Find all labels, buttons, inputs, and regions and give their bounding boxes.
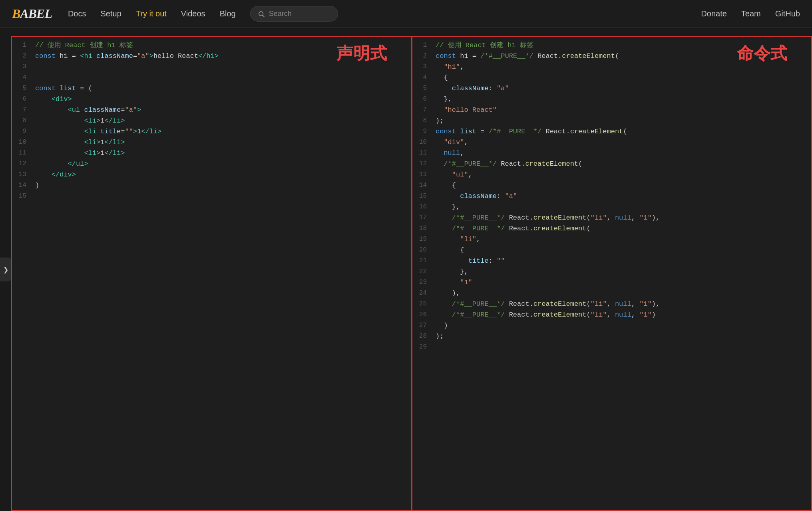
string: "a"	[137, 52, 149, 60]
right-code-area[interactable]: 1 2 3 4 5 6 7 8 9 10 11 12 13 14 15 16 1	[412, 37, 811, 356]
code-line: <li>1</li>	[35, 115, 406, 126]
code-line: <li>1</li>	[35, 137, 406, 148]
side-toggle[interactable]: ❯	[0, 257, 11, 281]
code-line: <li>1</li>	[35, 148, 406, 158]
search-placeholder: Search	[269, 10, 292, 18]
comment: // 使用 React 创建 h1 标签	[35, 42, 133, 49]
tag: <li>	[84, 117, 100, 125]
code-line: "h1",	[436, 61, 806, 72]
left-line-numbers: 1 2 3 4 5 6 7 8 9 10 11 12 13 14 15	[12, 37, 30, 356]
search-box[interactable]: Search	[250, 6, 338, 22]
tag: </ul>	[68, 160, 88, 168]
code-line	[436, 342, 806, 353]
string: ""	[125, 128, 133, 135]
code-line: /*#__PURE__*/ React.createElement("li", …	[436, 212, 806, 223]
nav-tryitout[interactable]: Try it out	[136, 9, 167, 18]
code-line: </div>	[35, 169, 406, 180]
code-line: </ul>	[35, 158, 406, 169]
ln: 5	[12, 83, 30, 94]
tag: </li>	[104, 117, 125, 125]
plain	[35, 117, 84, 125]
keyword: const	[35, 85, 56, 92]
code-line: className: "a"	[436, 191, 806, 202]
right-panel: 命令式 1 2 3 4 5 6 7 8 9 10 11 12 13 14	[412, 36, 812, 511]
panels-container: 声明式 1 2 3 4 5 6 7 8 9 10 11 12 13 14	[0, 36, 812, 511]
ln: 1	[12, 40, 30, 51]
tag: </li>	[104, 139, 125, 146]
nav-setup[interactable]: Setup	[101, 9, 121, 18]
code-line: );	[436, 331, 806, 342]
tag: >	[149, 52, 153, 60]
left-code-lines: // 使用 React 创建 h1 标签 const h1 = <h1 clas…	[30, 37, 411, 356]
tag: <li	[84, 128, 96, 135]
code-line: const list = (	[35, 83, 406, 94]
code-line: {	[436, 180, 806, 191]
plain: =	[121, 128, 125, 135]
attr: className	[96, 52, 133, 60]
plain: h1 =	[56, 52, 80, 60]
nav-team[interactable]: Team	[741, 9, 761, 18]
code-line: /*#__PURE__*/ React.createElement(	[436, 223, 806, 234]
code-line: "ul",	[436, 169, 806, 180]
code-line: },	[436, 202, 806, 212]
nav-videos[interactable]: Videos	[181, 9, 205, 18]
tag: </div>	[52, 171, 76, 178]
code-line: const h1 = /*#__PURE__*/ React.createEle…	[436, 51, 806, 61]
code-line: null,	[436, 148, 806, 158]
nav-links: Docs Setup Try it out Videos Blog Search	[68, 6, 685, 22]
code-line: /*#__PURE__*/ React.createElement("li", …	[436, 309, 806, 320]
left-panel: 声明式 1 2 3 4 5 6 7 8 9 10 11 12 13 14	[11, 36, 412, 511]
code-line: )	[35, 180, 406, 191]
code-line: title: ""	[436, 256, 806, 266]
tag: <li>	[84, 149, 100, 157]
code-line: const list = /*#__PURE__*/ React.createE…	[436, 126, 806, 137]
code-line: },	[436, 94, 806, 105]
nav-blog[interactable]: Blog	[220, 9, 236, 18]
code-line: className: "a"	[436, 83, 806, 94]
plain: 1	[137, 128, 141, 135]
code-line: {	[436, 245, 806, 256]
code-line: /*#__PURE__*/ React.createElement("li", …	[436, 299, 806, 309]
ln: 9	[12, 126, 30, 137]
nav-github[interactable]: GitHub	[775, 9, 800, 18]
code-line: "li",	[436, 234, 806, 245]
tag: </li>	[104, 149, 125, 157]
code-line: const h1 = <h1 className="a">hello React…	[35, 51, 406, 61]
attr: title	[100, 128, 121, 135]
plain	[35, 149, 84, 157]
code-line: },	[436, 266, 806, 277]
code-line	[35, 61, 406, 72]
nav-docs[interactable]: Docs	[68, 9, 86, 18]
code-line: // 使用 React 创建 h1 标签	[436, 40, 806, 51]
plain: )	[35, 182, 39, 189]
plain	[35, 139, 84, 146]
nav-donate[interactable]: Donate	[701, 9, 727, 18]
code-line: <div>	[35, 94, 406, 105]
tag: <ul	[68, 106, 80, 114]
logo[interactable]: BABEL	[12, 6, 52, 21]
tag: >	[133, 128, 137, 135]
comment: // 使用 React 创建 h1 标签	[436, 42, 533, 49]
left-code-area[interactable]: 1 2 3 4 5 6 7 8 9 10 11 12 13 14 15	[12, 37, 411, 356]
code-line: /*#__PURE__*/ React.createElement(	[436, 158, 806, 169]
ln: 13	[12, 169, 30, 180]
plain	[96, 128, 100, 135]
code-line: "1"	[436, 277, 806, 288]
tag: >	[137, 106, 141, 114]
ln: 15	[12, 191, 30, 202]
keyword: const	[35, 52, 56, 60]
ln: 2	[12, 51, 30, 61]
code-line: "div",	[436, 137, 806, 148]
ln: 14	[12, 180, 30, 191]
plain: =	[133, 52, 137, 60]
ln: 3	[12, 61, 30, 72]
plain	[35, 95, 52, 103]
ln: 4	[12, 72, 30, 83]
code-line: "hello React"	[436, 105, 806, 115]
ln: 12	[12, 158, 30, 169]
plain	[35, 106, 68, 114]
plain	[92, 52, 96, 60]
tag: <div>	[52, 95, 72, 103]
plain	[56, 85, 60, 92]
code-line	[35, 72, 406, 83]
